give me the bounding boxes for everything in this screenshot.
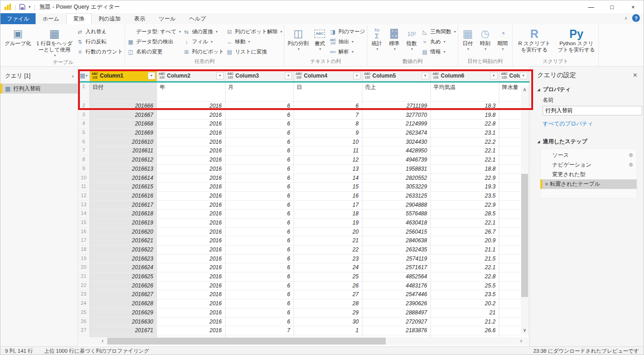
table-cell[interactable]: 2016 [157,138,225,146]
table-cell[interactable]: 28.5 [431,209,499,218]
ribbon-button-trigonometry[interactable]: 三角関数▾ [421,27,456,36]
table-cell[interactable]: 6 [225,272,294,281]
table-cell[interactable]: 2016 [157,263,225,272]
vertical-scrollbar[interactable]: ∧ ∨ [521,86,529,334]
properties-section-header[interactable]: ◢ プロパティ [537,86,637,94]
table-cell[interactable]: 22.1 [431,263,499,272]
table-cell[interactable]: 6 [225,192,294,200]
filter-dropdown-icon[interactable]: ▾ [353,72,361,79]
horizontal-scrollbar-thumb[interactable] [107,338,386,345]
row-number[interactable]: 17 [78,236,90,245]
table-cell[interactable]: 2016 [157,111,225,120]
table-cell[interactable]: 6 [225,183,294,191]
table-cell[interactable]: 201671 [90,326,157,335]
table-cell[interactable]: 24 [294,263,362,272]
table-cell[interactable]: 2016 [157,129,225,137]
close-button[interactable]: × [623,0,644,13]
query-name-input[interactable] [543,106,642,115]
tab-add-column[interactable]: 列の追加 [92,13,127,24]
table-cell[interactable]: 2633125 [362,192,431,200]
table-cell[interactable]: 6 [225,308,294,317]
table-cell[interactable]: 3277070 [362,111,431,120]
maximize-button[interactable]: □ [602,0,623,13]
table-cell[interactable]: 2560415 [362,228,431,236]
row-number[interactable]: 12 [78,192,90,200]
ribbon-button-extract[interactable]: 抽出▾ [329,37,365,46]
table-cell[interactable]: 2016 [157,165,225,173]
table-cell[interactable]: 2016614 [90,174,157,183]
help-icon[interactable]: ? [632,14,640,22]
table-cell[interactable]: 18.8 [431,165,499,173]
column-header-column7[interactable]: ABC123Column7▾ [499,70,529,81]
table-cell[interactable]: 17 [294,201,362,209]
column-header-column1[interactable]: ABC123Column1▾ [90,70,157,81]
table-cell[interactable]: 2016621 [90,236,157,245]
table-cell[interactable]: 6 [225,245,294,254]
table-cell[interactable]: 22.9 [431,174,499,183]
table-cell[interactable]: 2016 [157,174,225,183]
scroll-down-icon[interactable]: ∨ [521,327,529,333]
applied-step-item[interactable]: 変更された型 [540,170,637,179]
table-cell[interactable]: 2632435 [362,245,431,254]
row-number[interactable]: 23 [78,290,90,299]
table-cell[interactable]: 2016 [157,290,225,299]
table-cell[interactable]: 日付 [90,83,157,101]
table-cell[interactable]: 20.9 [431,236,499,245]
table-cell[interactable]: 19.3 [431,183,499,191]
ribbon-button-split-column[interactable]: 列の分割▾ [286,26,310,52]
table-cell[interactable]: 11 [294,146,362,155]
delete-step-icon[interactable]: × [545,181,548,188]
ribbon-button-parse[interactable]: 解析▾ [329,47,365,56]
table-cell[interactable]: 日 [294,83,362,101]
row-number[interactable]: 7 [78,146,90,155]
table-cell[interactable]: 20.2 [431,299,499,308]
row-number[interactable]: 19 [78,255,90,263]
table-cell[interactable]: 6 [225,102,294,110]
column-header-column4[interactable]: ABC123Column4▾ [294,70,362,81]
horizontal-scrollbar[interactable]: ‹ › [78,337,529,345]
table-cell[interactable]: 2016624 [90,263,157,272]
table-cell[interactable]: 6 [225,255,294,263]
table-cell[interactable]: 6 [225,120,294,128]
table-cell[interactable]: 2016 [157,255,225,263]
ribbon-button-use-first-row[interactable]: 1 行目をヘッダーとして使用▾ [34,26,74,58]
ribbon-button-pivot[interactable]: 列のピボット [183,47,224,56]
table-cell[interactable]: 平均気温 [431,83,499,101]
table-cell[interactable]: 2016 [157,156,225,164]
table-cell[interactable]: 2016 [157,219,225,227]
ribbon-button-format[interactable]: 書式▾ [312,26,327,52]
table-cell[interactable]: 2547446 [362,290,431,299]
table-cell[interactable]: 2016616 [90,192,157,200]
table-cell[interactable]: 7 [225,326,294,335]
applied-step-item[interactable]: ナビゲーション⚙ [540,160,637,170]
ribbon-button-standard[interactable]: 標準▾ [387,26,402,52]
ribbon-button-transpose[interactable]: 入れ替え [76,27,123,36]
table-cell[interactable]: 6 [225,263,294,272]
table-cell[interactable]: 2016629 [90,308,157,317]
table-cell[interactable]: 201666 [90,102,157,110]
row-number[interactable]: 8 [78,156,90,164]
table-cell[interactable]: 2016 [157,192,225,200]
query-item[interactable]: ▦ 行列入替前 [0,84,78,94]
table-cell[interactable]: 2623474 [362,129,431,137]
table-cell[interactable]: 21 [294,236,362,245]
table-cell[interactable]: 6 [225,165,294,173]
ribbon-button-group[interactable]: グループ化 [3,26,32,48]
table-cell[interactable]: 2016628 [90,299,157,308]
table-cell[interactable]: 29 [294,308,362,317]
table-cell[interactable]: 2016615 [90,183,157,191]
ribbon-button-python-script[interactable]: Python スクリプトを実行する [556,26,597,54]
table-cell[interactable]: 21.1 [431,245,499,254]
filter-dropdown-icon[interactable]: ▾ [148,72,155,79]
table-cell[interactable]: 2571617 [362,263,431,272]
table-cell[interactable]: 25.5 [431,282,499,290]
row-number[interactable]: 5 [78,129,90,137]
table-cell[interactable]: 14 [294,174,362,183]
table-cell[interactable]: 2016 [157,272,225,281]
table-cell[interactable]: 2720927 [362,318,431,326]
table-cell[interactable]: 6 [225,174,294,183]
table-cell[interactable]: 2016613 [90,165,157,173]
ribbon-button-rounding[interactable]: 丸め▾ [421,37,456,46]
table-cell[interactable]: 6 [225,138,294,146]
table-cell[interactable]: 4852564 [362,272,431,281]
